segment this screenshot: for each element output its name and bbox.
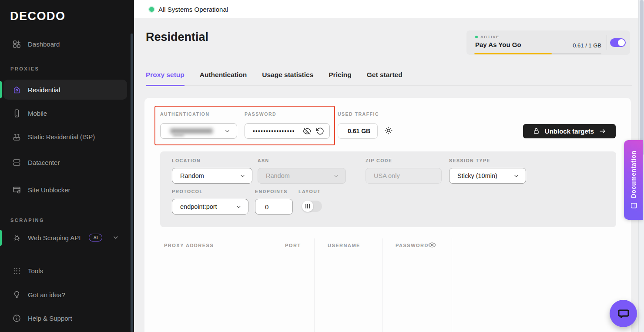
sidebar-item-label: Got an idea? bbox=[28, 291, 65, 298]
decodo-logo: DECODO bbox=[10, 10, 66, 23]
sidebar-item-label: Residential bbox=[28, 86, 60, 94]
tools-grid-icon bbox=[12, 266, 21, 275]
sidebar-item-label: Web Scraping API bbox=[28, 234, 80, 241]
eye-off-icon[interactable] bbox=[303, 127, 311, 135]
zip-code-input[interactable] bbox=[366, 172, 441, 179]
chevron-down-icon[interactable] bbox=[112, 234, 119, 241]
authentication-label: AUTHENTICATION bbox=[160, 111, 210, 117]
status-text: All Systems Operational bbox=[158, 6, 228, 13]
column-username: USERNAME bbox=[328, 243, 360, 248]
active-indicator-bar bbox=[0, 81, 2, 98]
server-icon bbox=[12, 158, 21, 167]
plan-status-label: ACTIVE bbox=[480, 34, 500, 39]
column-port: PORT bbox=[285, 243, 301, 248]
sidebar-item-got-an-idea[interactable]: Got an idea? bbox=[3, 285, 127, 305]
sidebar-item-label: Static Residential (ISP) bbox=[28, 133, 95, 141]
book-icon bbox=[630, 202, 637, 209]
used-traffic-value-box: 0.61 GB bbox=[338, 123, 378, 139]
sidebar-section-proxies: PROXIES bbox=[10, 66, 39, 71]
dashboard-icon bbox=[12, 40, 21, 49]
plan-toggle[interactable] bbox=[610, 38, 626, 47]
session-type-label: SESSION TYPE bbox=[449, 158, 490, 163]
lightbulb-icon bbox=[12, 290, 21, 299]
sidebar-item-tools[interactable]: Tools bbox=[3, 261, 127, 281]
list-layout-icon bbox=[302, 201, 313, 212]
arrow-right-icon bbox=[599, 127, 606, 135]
chevron-down-icon bbox=[239, 173, 246, 179]
column-divider bbox=[314, 238, 315, 332]
tab-proxy-setup[interactable]: Proxy setup bbox=[146, 71, 184, 85]
system-status[interactable]: All Systems Operational bbox=[149, 0, 228, 18]
system-status-bar: All Systems Operational bbox=[134, 0, 644, 18]
main-content: Residential ACTIVE Pay As You Go 0.61 / … bbox=[134, 18, 644, 332]
sidebar-item-dashboard[interactable]: Dashboard bbox=[3, 34, 127, 54]
sidebar: DECODO Dashboard PROXIES Residential Mob… bbox=[0, 0, 134, 332]
endpoints-label: ENDPOINTS bbox=[255, 189, 288, 194]
column-password: PASSWORD bbox=[396, 243, 429, 248]
chevron-down-icon bbox=[333, 173, 339, 179]
sidebar-item-label: Site Unblocker bbox=[28, 186, 70, 194]
blurred-username bbox=[161, 124, 224, 138]
tab-bar: Proxy setup Authentication Usage statist… bbox=[146, 71, 632, 86]
asn-label: ASN bbox=[258, 158, 269, 163]
session-type-select[interactable]: Sticky (10min) bbox=[449, 168, 526, 184]
chat-bubble-icon bbox=[617, 307, 630, 320]
asn-value: Random bbox=[258, 172, 333, 179]
asn-select-disabled[interactable]: Random bbox=[258, 168, 346, 184]
scrollbar-thumb[interactable] bbox=[640, 0, 644, 156]
password-field[interactable]: •••••••••••••••• bbox=[245, 123, 330, 139]
browser-lock-icon bbox=[12, 185, 21, 195]
sidebar-item-datacenter[interactable]: Datacenter bbox=[3, 152, 127, 172]
unblock-targets-button[interactable]: Unblock targets bbox=[523, 124, 616, 138]
sidebar-item-static-residential[interactable]: Static Residential (ISP) bbox=[3, 127, 127, 147]
layout-toggle[interactable] bbox=[302, 201, 322, 212]
active-dot-icon bbox=[475, 36, 478, 38]
endpoints-input[interactable] bbox=[255, 203, 292, 211]
show-passwords-eye-icon[interactable] bbox=[428, 241, 436, 249]
location-select[interactable]: Random bbox=[172, 168, 252, 184]
tab-authentication[interactable]: Authentication bbox=[200, 71, 247, 85]
documentation-label: Documentation bbox=[630, 151, 637, 198]
chevron-down-icon bbox=[235, 204, 242, 210]
tab-get-started[interactable]: Get started bbox=[367, 71, 402, 85]
gear-icon[interactable] bbox=[384, 126, 393, 135]
location-value: Random bbox=[172, 172, 239, 179]
usage-progress-fill bbox=[474, 53, 552, 54]
sidebar-item-label: Tools bbox=[28, 267, 43, 275]
column-divider bbox=[382, 238, 383, 332]
documentation-side-tab[interactable]: Documentation bbox=[624, 140, 643, 220]
sidebar-item-web-scraping-api[interactable]: Web Scraping API AI bbox=[3, 228, 127, 248]
zip-code-input-wrap bbox=[366, 168, 442, 184]
column-proxy-address: PROXY ADDRESS bbox=[164, 243, 214, 248]
chevron-down-icon bbox=[224, 128, 231, 134]
sidebar-scrollbar[interactable] bbox=[131, 34, 133, 332]
mobile-phone-icon bbox=[12, 109, 21, 118]
toggle-knob bbox=[618, 39, 625, 46]
reset-password-icon[interactable] bbox=[316, 127, 324, 135]
live-chat-button[interactable] bbox=[610, 300, 637, 327]
sidebar-item-residential[interactable]: Residential bbox=[3, 80, 127, 100]
accent-indicator-bar bbox=[0, 230, 2, 246]
used-traffic-value: 0.61 GB bbox=[338, 127, 377, 134]
sidebar-item-label: Mobile bbox=[28, 110, 47, 117]
sidebar-item-help-support[interactable]: Help & Support bbox=[3, 308, 127, 328]
tab-pricing[interactable]: Pricing bbox=[329, 71, 352, 85]
password-masked-value: •••••••••••••••• bbox=[245, 123, 303, 139]
sidebar-item-site-unblocker[interactable]: Site Unblocker bbox=[3, 180, 127, 200]
plan-card: ACTIVE Pay As You Go 0.61 / 1 GB bbox=[466, 30, 630, 55]
layout-label: LAYOUT bbox=[299, 189, 321, 194]
sidebar-item-label: Datacenter bbox=[28, 159, 60, 166]
sidebar-item-label: Help & Support bbox=[28, 315, 72, 322]
sidebar-item-mobile[interactable]: Mobile bbox=[3, 103, 127, 123]
protocol-select[interactable]: endpoint:port bbox=[172, 199, 248, 215]
unblock-targets-label: Unblock targets bbox=[545, 127, 594, 135]
tab-usage-statistics[interactable]: Usage statistics bbox=[262, 71, 313, 85]
ai-badge: AI bbox=[89, 234, 102, 241]
plan-name: Pay As You Go bbox=[475, 41, 521, 48]
lock-open-icon bbox=[533, 127, 540, 135]
authentication-user-select[interactable] bbox=[160, 123, 237, 139]
divider bbox=[607, 35, 607, 50]
location-label: LOCATION bbox=[172, 158, 201, 163]
proxy-filter-panel: LOCATION Random ASN Random ZIP CODE SESS… bbox=[160, 151, 616, 227]
used-traffic-label: USED TRAFFIC bbox=[338, 111, 379, 117]
